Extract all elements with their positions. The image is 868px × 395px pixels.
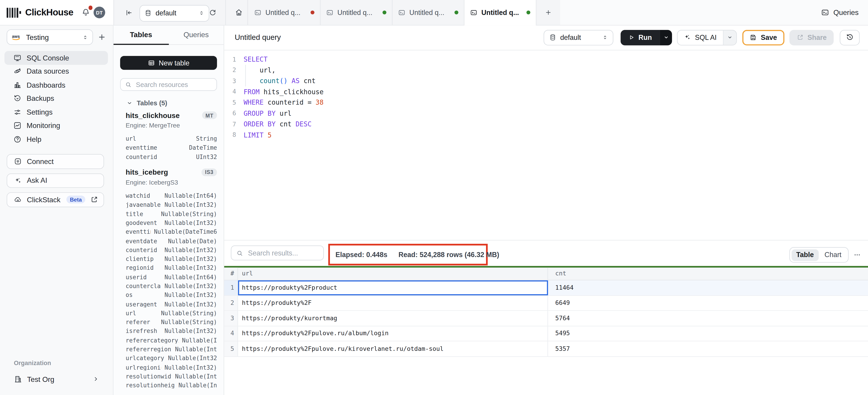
row-index: 3 [224, 311, 238, 326]
query-tab[interactable]: Untitled q... [392, 0, 464, 25]
column-type: Nullable(Int32) [164, 283, 217, 289]
run-button[interactable]: Run [620, 30, 672, 45]
notifications-bell-icon[interactable] [82, 8, 90, 17]
table-name-row[interactable]: hits_clickhouseMT [126, 110, 217, 120]
column-name: eventtime [126, 144, 186, 151]
home-icon [235, 8, 243, 17]
search-resources-field[interactable] [120, 78, 217, 91]
column-type: Nullable(Int32) [164, 201, 217, 208]
search-icon [237, 250, 243, 256]
column-name: resolutionwidth [126, 373, 172, 379]
share-button[interactable]: Share [789, 30, 834, 45]
tables-group-toggle[interactable]: Tables (5) [127, 98, 167, 107]
column-type: Nullable(Int64) [164, 192, 217, 199]
cell-url[interactable]: https://produkty/kurortmag [238, 311, 548, 326]
sql-editor[interactable]: 1SELECT2 url,3 count() AS cnt4FROM hits_… [224, 50, 868, 240]
cell-cnt[interactable]: 5357 [548, 341, 868, 356]
database-selector-topbar[interactable]: default [140, 5, 209, 21]
results-rows: 1https://produkty%2Fproduct114642https:/… [224, 280, 868, 357]
sql-ai-button[interactable]: SQL AI [677, 30, 737, 45]
database-selector-editor[interactable]: default [544, 30, 613, 45]
column-name: urlcategoryid [126, 355, 164, 362]
clickstack-cloud-icon [14, 196, 22, 204]
sidebar-item-monitoring[interactable]: Monitoring [4, 119, 108, 133]
table-name-row[interactable]: hits_icebergIS3 [126, 167, 217, 177]
query-history-button[interactable] [840, 30, 860, 45]
sql-ai-options-button[interactable] [723, 30, 736, 45]
results-header-row: # url cnt [224, 267, 868, 280]
column-header-url[interactable]: url [238, 267, 548, 280]
sidebar-item-ask-ai[interactable]: Ask AI [6, 173, 104, 188]
resources-panel-tabs: Tables Queries [114, 25, 224, 45]
cell-url[interactable]: https://produkty%2F [238, 295, 548, 310]
line-number: 7 [224, 120, 236, 128]
sidebar-item-help[interactable]: Help [4, 133, 108, 146]
row-index: 4 [224, 326, 238, 341]
save-button[interactable]: Save [742, 30, 784, 45]
table-row[interactable]: 3https://produkty/kurortmag5764 [224, 311, 868, 326]
table-row[interactable]: 5https://produkty%2Fpulove.ru/kiroverlan… [224, 341, 868, 357]
column-name: goodevent [126, 220, 161, 226]
run-button-main[interactable]: Run [620, 30, 660, 45]
refresh-button[interactable] [206, 0, 219, 25]
terminal-icon [821, 8, 830, 17]
tab-tables[interactable]: Tables [114, 25, 168, 45]
cell-url[interactable]: https://produkty%2Fproduct [238, 280, 548, 295]
query-tab[interactable]: Untitled q... [320, 0, 392, 25]
home-button[interactable] [231, 0, 246, 25]
search-results-field[interactable] [231, 246, 324, 260]
collapse-sidebar-button[interactable] [122, 0, 136, 25]
table-row[interactable]: 1https://produkty%2Fproduct11464 [224, 280, 868, 295]
column-type: Nullable(Int32) [164, 364, 217, 370]
sql-ai-main[interactable]: SQL AI [678, 30, 723, 45]
table-row[interactable]: 4https://produkty%2Fpulove.ru/album/logi… [224, 326, 868, 341]
clickhouse-logo[interactable]: ClickHouse [6, 0, 73, 25]
column-row: urlregionidNullable(Int32) [126, 363, 217, 372]
code-text: ORDER BY cnt DESC [244, 120, 311, 128]
query-title[interactable]: Untitled query [235, 25, 281, 50]
queries-button-label: Queries [833, 8, 859, 17]
new-tab-button[interactable] [540, 0, 556, 25]
query-tab[interactable]: Untitled q... [465, 0, 536, 25]
backups-icon [13, 94, 22, 103]
saved-dot-green [454, 10, 458, 14]
workspace-selector[interactable]: aws Testing [6, 29, 93, 45]
run-options-button[interactable] [660, 30, 672, 45]
add-workspace-button[interactable] [97, 33, 106, 41]
queries-button[interactable]: Queries [821, 0, 859, 25]
sidebar-item-label: Data sources [27, 67, 69, 76]
sidebar-item-backups[interactable]: Backups [4, 92, 108, 105]
external-link-icon [90, 196, 98, 204]
code-text: count() AS cnt [244, 77, 315, 85]
view-table-button[interactable]: Table [791, 249, 819, 261]
cell-url[interactable]: https://produkty%2Fpulove.ru/kiroverlane… [238, 341, 548, 356]
sidebar-item-connect[interactable]: Connect [6, 154, 104, 169]
tab-queries[interactable]: Queries [168, 25, 223, 45]
cell-cnt[interactable]: 6649 [548, 295, 868, 310]
more-options-icon[interactable] [852, 252, 862, 258]
column-header-index[interactable]: # [224, 267, 238, 280]
view-chart-button[interactable]: Chart [819, 249, 847, 261]
column-name: referer [126, 319, 158, 325]
column-type: Nullable(Int32) [164, 247, 217, 253]
column-header-cnt[interactable]: cnt [548, 267, 868, 280]
search-resources-input[interactable] [135, 80, 212, 89]
table-row[interactable]: 2https://produkty%2F6649 [224, 295, 868, 311]
cell-cnt[interactable]: 11464 [548, 280, 868, 295]
column-type: String [196, 135, 217, 142]
sidebar-item-sql-console[interactable]: SQL Console [4, 51, 108, 64]
organization-switcher[interactable]: Test Org [7, 372, 106, 386]
sidebar-item-clickstack[interactable]: ClickStack Beta [6, 192, 104, 207]
dashboards-icon [13, 81, 22, 89]
query-tab[interactable]: Untitled q... [248, 0, 320, 25]
sidebar-item-settings[interactable]: Settings [4, 105, 108, 119]
search-results-input[interactable] [247, 249, 318, 257]
cell-url[interactable]: https://produkty%2Fpulove.ru/album/login [238, 326, 548, 341]
new-table-button[interactable]: New table [120, 56, 217, 70]
sidebar-menu: SQL ConsoleData sourcesDashboardsBackups… [4, 51, 108, 146]
cell-cnt[interactable]: 5764 [548, 311, 868, 326]
cell-cnt[interactable]: 5495 [548, 326, 868, 341]
avatar[interactable]: DT [93, 6, 105, 18]
sidebar-item-data-sources[interactable]: Data sources [4, 64, 108, 78]
sidebar-item-dashboards[interactable]: Dashboards [4, 78, 108, 92]
